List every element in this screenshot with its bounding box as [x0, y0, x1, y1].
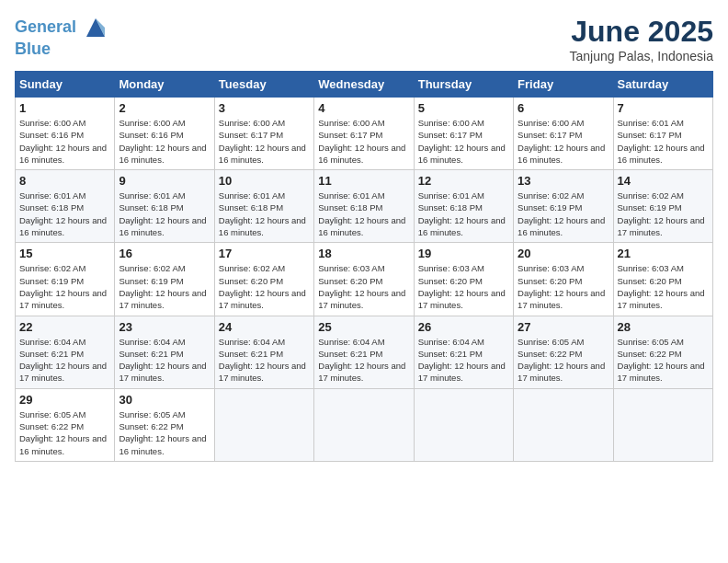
calendar-cell: 10Sunrise: 6:01 AM Sunset: 6:18 PM Dayli… [214, 170, 313, 243]
day-number: 21 [618, 247, 709, 260]
day-info: Sunrise: 6:01 AM Sunset: 6:18 PM Dayligh… [19, 190, 110, 238]
day-number: 16 [119, 247, 210, 260]
day-info: Sunrise: 6:02 AM Sunset: 6:19 PM Dayligh… [518, 190, 609, 238]
day-number: 13 [518, 174, 609, 188]
day-number: 10 [219, 174, 310, 188]
day-info: Sunrise: 6:01 AM Sunset: 6:18 PM Dayligh… [119, 190, 210, 238]
calendar-cell: 1Sunrise: 6:00 AM Sunset: 6:16 PM Daylig… [16, 98, 115, 170]
day-info: Sunrise: 6:05 AM Sunset: 6:22 PM Dayligh… [618, 336, 709, 385]
day-number: 6 [518, 101, 609, 115]
day-info: Sunrise: 6:01 AM Sunset: 6:18 PM Dayligh… [219, 190, 310, 238]
calendar-cell [514, 388, 613, 461]
day-number: 15 [19, 247, 110, 260]
calendar-cell: 29Sunrise: 6:05 AM Sunset: 6:22 PM Dayli… [16, 388, 115, 461]
day-info: Sunrise: 6:02 AM Sunset: 6:19 PM Dayligh… [19, 262, 110, 311]
day-number: 20 [518, 247, 609, 260]
day-number: 12 [418, 174, 509, 188]
calendar-cell: 13Sunrise: 6:02 AM Sunset: 6:19 PM Dayli… [514, 170, 613, 243]
calendar-cell: 2Sunrise: 6:00 AM Sunset: 6:16 PM Daylig… [115, 98, 214, 170]
calendar-week-row: 1Sunrise: 6:00 AM Sunset: 6:16 PM Daylig… [16, 98, 713, 170]
calendar-cell: 9Sunrise: 6:01 AM Sunset: 6:18 PM Daylig… [115, 170, 214, 243]
day-number: 17 [219, 247, 310, 260]
calendar-week-row: 8Sunrise: 6:01 AM Sunset: 6:18 PM Daylig… [16, 170, 713, 243]
day-number: 18 [318, 247, 409, 260]
calendar-header-row: SundayMondayTuesdayWednesdayThursdayFrid… [16, 72, 713, 98]
day-number: 7 [618, 101, 709, 115]
calendar-week-row: 29Sunrise: 6:05 AM Sunset: 6:22 PM Dayli… [16, 388, 713, 461]
calendar-cell [314, 388, 414, 461]
calendar-cell: 14Sunrise: 6:02 AM Sunset: 6:19 PM Dayli… [613, 170, 712, 243]
day-number: 29 [19, 393, 110, 407]
day-number: 25 [318, 320, 409, 334]
col-header-friday: Friday [514, 72, 613, 98]
day-info: Sunrise: 6:00 AM Sunset: 6:16 PM Dayligh… [119, 117, 210, 166]
calendar-cell: 12Sunrise: 6:01 AM Sunset: 6:18 PM Dayli… [414, 170, 513, 243]
col-header-monday: Monday [115, 72, 214, 98]
day-info: Sunrise: 6:02 AM Sunset: 6:19 PM Dayligh… [618, 190, 709, 238]
day-number: 22 [19, 320, 110, 334]
calendar-cell: 20Sunrise: 6:03 AM Sunset: 6:20 PM Dayli… [514, 243, 613, 316]
day-number: 23 [119, 320, 210, 334]
day-info: Sunrise: 6:01 AM Sunset: 6:18 PM Dayligh… [418, 190, 509, 238]
day-number: 30 [119, 393, 210, 407]
calendar-cell [214, 388, 313, 461]
col-header-thursday: Thursday [414, 72, 513, 98]
location-title: Tanjung Palas, Indonesia [570, 49, 713, 63]
calendar-cell: 22Sunrise: 6:04 AM Sunset: 6:21 PM Dayli… [16, 316, 115, 388]
day-info: Sunrise: 6:01 AM Sunset: 6:17 PM Dayligh… [618, 117, 709, 166]
day-info: Sunrise: 6:04 AM Sunset: 6:21 PM Dayligh… [418, 336, 509, 385]
calendar-cell: 4Sunrise: 6:00 AM Sunset: 6:17 PM Daylig… [314, 98, 414, 170]
day-number: 19 [418, 247, 509, 260]
calendar-cell: 21Sunrise: 6:03 AM Sunset: 6:20 PM Dayli… [613, 243, 712, 316]
month-title: June 2025 [570, 15, 713, 49]
day-info: Sunrise: 6:00 AM Sunset: 6:17 PM Dayligh… [219, 117, 310, 166]
calendar-cell: 11Sunrise: 6:01 AM Sunset: 6:18 PM Dayli… [314, 170, 414, 243]
day-number: 2 [119, 101, 210, 115]
calendar-cell [613, 388, 712, 461]
title-area: June 2025 Tanjung Palas, Indonesia [570, 15, 713, 63]
calendar-cell: 27Sunrise: 6:05 AM Sunset: 6:22 PM Dayli… [514, 316, 613, 388]
page-header: General Blue June 2025 Tanjung Palas, In… [15, 15, 713, 63]
day-number: 9 [119, 174, 210, 188]
calendar-cell: 15Sunrise: 6:02 AM Sunset: 6:19 PM Dayli… [16, 243, 115, 316]
logo-blue: Blue [15, 40, 51, 58]
day-number: 1 [19, 101, 110, 115]
calendar-cell: 25Sunrise: 6:04 AM Sunset: 6:21 PM Dayli… [314, 316, 414, 388]
col-header-wednesday: Wednesday [314, 72, 414, 98]
day-number: 3 [219, 101, 310, 115]
day-info: Sunrise: 6:04 AM Sunset: 6:21 PM Dayligh… [219, 336, 310, 385]
day-info: Sunrise: 6:02 AM Sunset: 6:19 PM Dayligh… [119, 262, 210, 311]
day-number: 14 [618, 174, 709, 188]
logo: General Blue [15, 15, 108, 59]
calendar-cell: 6Sunrise: 6:00 AM Sunset: 6:17 PM Daylig… [514, 98, 613, 170]
calendar-cell [414, 388, 513, 461]
day-info: Sunrise: 6:03 AM Sunset: 6:20 PM Dayligh… [318, 262, 409, 311]
calendar-week-row: 15Sunrise: 6:02 AM Sunset: 6:19 PM Dayli… [16, 243, 713, 316]
calendar-cell: 8Sunrise: 6:01 AM Sunset: 6:18 PM Daylig… [16, 170, 115, 243]
day-info: Sunrise: 6:00 AM Sunset: 6:17 PM Dayligh… [518, 117, 609, 166]
logo-general: General [15, 17, 76, 36]
calendar-cell: 26Sunrise: 6:04 AM Sunset: 6:21 PM Dayli… [414, 316, 513, 388]
calendar-cell: 5Sunrise: 6:00 AM Sunset: 6:17 PM Daylig… [414, 98, 513, 170]
day-info: Sunrise: 6:02 AM Sunset: 6:20 PM Dayligh… [219, 262, 310, 311]
day-number: 26 [418, 320, 509, 334]
day-number: 8 [19, 174, 110, 188]
col-header-sunday: Sunday [16, 72, 115, 98]
day-number: 27 [518, 320, 609, 334]
day-info: Sunrise: 6:00 AM Sunset: 6:17 PM Dayligh… [418, 117, 509, 166]
day-number: 24 [219, 320, 310, 334]
day-info: Sunrise: 6:03 AM Sunset: 6:20 PM Dayligh… [618, 262, 709, 311]
day-info: Sunrise: 6:05 AM Sunset: 6:22 PM Dayligh… [19, 408, 110, 457]
day-number: 5 [418, 101, 509, 115]
day-info: Sunrise: 6:04 AM Sunset: 6:21 PM Dayligh… [119, 336, 210, 385]
calendar-cell: 16Sunrise: 6:02 AM Sunset: 6:19 PM Dayli… [115, 243, 214, 316]
calendar-cell: 23Sunrise: 6:04 AM Sunset: 6:21 PM Dayli… [115, 316, 214, 388]
day-number: 11 [318, 174, 409, 188]
calendar-cell: 3Sunrise: 6:00 AM Sunset: 6:17 PM Daylig… [214, 98, 313, 170]
calendar-cell: 24Sunrise: 6:04 AM Sunset: 6:21 PM Dayli… [214, 316, 313, 388]
col-header-tuesday: Tuesday [214, 72, 313, 98]
day-info: Sunrise: 6:01 AM Sunset: 6:18 PM Dayligh… [318, 190, 409, 238]
calendar-cell: 18Sunrise: 6:03 AM Sunset: 6:20 PM Dayli… [314, 243, 414, 316]
day-info: Sunrise: 6:05 AM Sunset: 6:22 PM Dayligh… [119, 408, 210, 457]
calendar-cell: 30Sunrise: 6:05 AM Sunset: 6:22 PM Dayli… [115, 388, 214, 461]
